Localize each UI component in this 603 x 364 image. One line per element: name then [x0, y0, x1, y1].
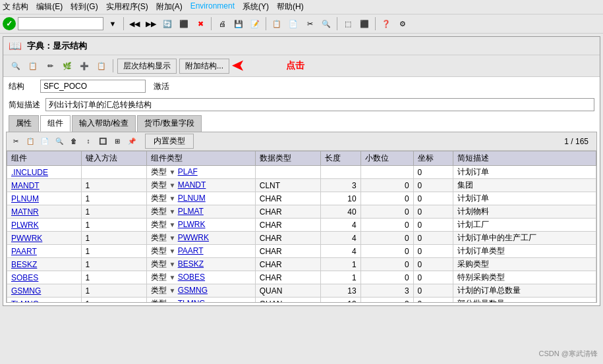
- menu-structure[interactable]: 文 结构: [3, 1, 28, 13]
- tab-currency[interactable]: 货币/数量字段: [137, 115, 201, 132]
- t-find-btn[interactable]: 🔍: [53, 135, 66, 148]
- col-comp-type: 组件类型: [147, 151, 256, 166]
- table-row[interactable]: MATNR 1 类型 ▼ PLMAT CHAR 40 0 0 计划物料: [7, 205, 596, 219]
- t-pin-btn[interactable]: 📌: [125, 135, 138, 148]
- cell-coord: 0: [413, 166, 453, 179]
- hier-structure-btn[interactable]: 层次结构显示: [117, 59, 177, 74]
- attach-structure-btn[interactable]: 附加结构...: [179, 59, 229, 74]
- list-sub-btn[interactable]: 📋: [94, 59, 109, 73]
- paste-btn[interactable]: 📄: [286, 16, 301, 31]
- menu-help[interactable]: 帮助(H): [277, 1, 304, 13]
- table-row[interactable]: PWWRK 1 类型 ▼ PWWRK CHAR 4 0 0 计划订单中的生产工厂: [7, 232, 596, 245]
- table-row[interactable]: MANDT 1 类型 ▼ MANDT CLNT 3 0 0 集团: [7, 179, 596, 192]
- data-table: 组件 键入方法 组件类型 数据类型 长度 小数位 坐标 简短描述 .INCLUD…: [7, 151, 596, 302]
- col-decimal: 小数位: [360, 151, 413, 166]
- layout-btn2[interactable]: ⬛: [357, 16, 372, 31]
- tab-input[interactable]: 输入帮助/检查: [72, 115, 136, 132]
- nav-input[interactable]: [18, 17, 103, 30]
- table-row[interactable]: BESKZ 1 类型 ▼ BESKZ CHAR 1 0 0 采购类型: [7, 258, 596, 271]
- cell-coord: 0: [413, 284, 453, 298]
- menu-utilities[interactable]: 实用程序(S): [106, 1, 148, 13]
- cell-key: 1: [81, 258, 147, 271]
- find-btn[interactable]: 🔍: [319, 16, 333, 31]
- cell-comp[interactable]: SOBES: [7, 271, 82, 284]
- table-row[interactable]: SOBES 1 类型 ▼ SOBES CHAR 1 0 0 特别采购类型: [7, 271, 596, 284]
- cell-data-type: CHAR: [255, 271, 321, 284]
- menu-environment[interactable]: Environment: [190, 1, 235, 13]
- nav-dropdown[interactable]: ▼: [105, 16, 120, 31]
- t-cut-btn[interactable]: ✂: [9, 135, 22, 148]
- add-sub-btn[interactable]: ➕: [77, 59, 92, 73]
- cell-key: 1: [81, 179, 147, 192]
- t-sort-btn[interactable]: ↕: [82, 135, 95, 148]
- edit-btn[interactable]: 📝: [248, 16, 262, 31]
- menu-add[interactable]: 附加(A): [156, 1, 183, 13]
- cell-comp-type: 类型 ▼ PLMAT: [147, 205, 256, 219]
- cell-comp[interactable]: MATNR: [7, 205, 82, 219]
- copy-btn[interactable]: 📋: [270, 16, 284, 31]
- help-btn[interactable]: ❓: [379, 16, 393, 31]
- t-grid-btn[interactable]: ⊞: [111, 135, 124, 148]
- menu-system[interactable]: 系统(Y): [243, 1, 269, 13]
- table-row[interactable]: PLWRK 1 类型 ▼ PLWRK CHAR 4 0 0 计划工厂: [7, 219, 596, 232]
- cell-key: 1: [81, 205, 147, 219]
- cell-comp[interactable]: TLMNG: [7, 298, 82, 303]
- refresh-btn[interactable]: 🔄: [160, 16, 175, 31]
- table-row[interactable]: .INCLUDE 类型 ▼ PLAF 0 计划订单: [7, 166, 596, 179]
- desc-input[interactable]: [45, 98, 594, 111]
- config-btn[interactable]: ⚙: [395, 16, 410, 31]
- t-del-btn[interactable]: 🗑: [67, 135, 80, 148]
- stop-btn[interactable]: ⬛: [177, 16, 191, 31]
- cell-data-type: CLNT: [255, 179, 321, 192]
- menu-goto[interactable]: 转到(G): [71, 1, 98, 13]
- cell-data-type: CHAR: [255, 192, 321, 205]
- tab-comp[interactable]: 组件: [40, 115, 71, 132]
- cell-key: 1: [81, 192, 147, 205]
- cell-key: 1: [81, 271, 147, 284]
- cell-key: 1: [81, 298, 147, 303]
- prev-btn[interactable]: ◀◀: [127, 16, 142, 31]
- cell-comp[interactable]: .INCLUDE: [7, 166, 82, 179]
- copy-sub-btn[interactable]: 📋: [26, 59, 40, 73]
- layout-btn1[interactable]: ⬚: [341, 16, 355, 31]
- table-row[interactable]: PLNUM 1 类型 ▼ PLNUM CHAR 10 0 0 计划订单: [7, 192, 596, 205]
- cut-btn[interactable]: ✂: [302, 16, 317, 31]
- cell-comp[interactable]: MANDT: [7, 179, 82, 192]
- cell-coord: 0: [413, 179, 453, 192]
- table-row[interactable]: TLMNG 1 类型 ▼ TLMNG QUAN 13 3 0 部分批量数量: [7, 298, 596, 303]
- struct-input[interactable]: [40, 80, 146, 93]
- pencil-sub-btn[interactable]: ✏: [43, 59, 57, 73]
- cell-length: 40: [321, 205, 360, 219]
- inner-type-button[interactable]: 内置类型: [145, 134, 194, 149]
- table-row[interactable]: PAART 1 类型 ▼ PAART CHAR 4 0 0 计划订单类型: [7, 245, 596, 258]
- cell-comp[interactable]: GSMNG: [7, 284, 82, 298]
- cell-comp[interactable]: BESKZ: [7, 258, 82, 271]
- cell-comp[interactable]: PLWRK: [7, 219, 82, 232]
- cell-coord: 0: [413, 232, 453, 245]
- t-filter-btn[interactable]: 🔲: [96, 135, 109, 148]
- cell-desc: 采购类型: [453, 258, 596, 271]
- cell-comp[interactable]: PLNUM: [7, 192, 82, 205]
- cell-length: [321, 166, 360, 179]
- cell-data-type: CHAR: [255, 219, 321, 232]
- cell-comp[interactable]: PAART: [7, 245, 82, 258]
- tab-attr[interactable]: 属性: [9, 115, 39, 132]
- cell-comp[interactable]: PWWRK: [7, 232, 82, 245]
- desc-label: 简短描述: [9, 99, 40, 111]
- t-paste-btn[interactable]: 📄: [38, 135, 51, 148]
- table-row[interactable]: GSMNG 1 类型 ▼ GSMNG QUAN 13 3 0 计划的订单总数量: [7, 284, 596, 298]
- cell-length: 13: [321, 284, 360, 298]
- next-btn[interactable]: ▶▶: [144, 16, 158, 31]
- confirm-button[interactable]: ✓: [3, 17, 16, 30]
- save-btn[interactable]: 💾: [231, 16, 246, 31]
- cell-desc: 计划订单类型: [453, 245, 596, 258]
- cell-desc: 计划订单中的生产工厂: [453, 232, 596, 245]
- cancel-btn[interactable]: ✖: [193, 16, 208, 31]
- t-copy-btn[interactable]: 📋: [24, 135, 37, 148]
- menu-edit[interactable]: 编辑(E): [36, 1, 63, 13]
- cell-decimal: 0: [360, 232, 413, 245]
- branch-sub-btn[interactable]: 🌿: [60, 59, 74, 73]
- search-sub-btn[interactable]: 🔍: [9, 59, 23, 73]
- print-btn[interactable]: 🖨: [215, 16, 229, 31]
- separator-5: [375, 17, 376, 30]
